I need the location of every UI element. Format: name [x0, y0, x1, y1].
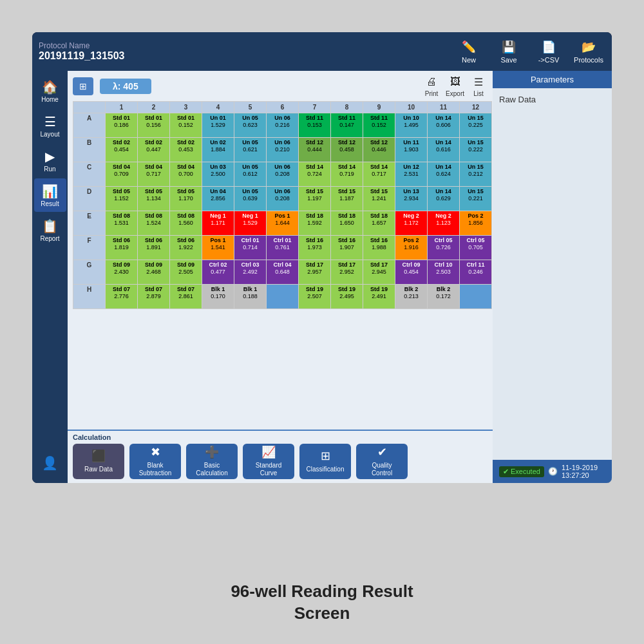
new-button[interactable]: ✏️ New — [452, 39, 486, 64]
raw-data-button[interactable]: ⬛ Raw Data — [73, 444, 124, 479]
list-button[interactable]: ☰ List — [469, 75, 488, 97]
plate-cell-F11[interactable]: Ctrl 050.726 — [428, 236, 460, 260]
plate-cell-A3[interactable]: Std 010.152 — [170, 113, 202, 138]
plate-cell-D6[interactable]: Un 060.208 — [267, 187, 299, 211]
plate-cell-D2[interactable]: Std 051.134 — [138, 187, 170, 211]
sidebar-item-home[interactable]: 🏠 Home — [34, 74, 66, 108]
plate-cell-B2[interactable]: Std 020.447 — [138, 138, 170, 162]
plate-cell-B1[interactable]: Std 020.454 — [106, 138, 138, 162]
plate-cell-D11[interactable]: Un 140.629 — [428, 187, 460, 211]
plate-cell-E6[interactable]: Pos 11.644 — [267, 211, 299, 236]
sidebar-item-user[interactable]: 👤 — [34, 446, 66, 480]
plate-cell-B3[interactable]: Std 020.453 — [170, 138, 202, 162]
plate-cell-F2[interactable]: Std 061.891 — [138, 236, 170, 260]
plate-cell-G6[interactable]: Ctrl 040.648 — [267, 260, 299, 285]
plate-cell-A2[interactable]: Std 010.156 — [138, 113, 170, 138]
plate-cell-A5[interactable]: Un 050.623 — [234, 113, 267, 138]
plate-cell-H5[interactable]: Blk 10.188 — [234, 285, 267, 309]
plate-cell-G10[interactable]: Ctrl 090.454 — [395, 260, 428, 285]
plate-cell-B10[interactable]: Un 111.903 — [395, 138, 428, 162]
plate-cell-F9[interactable]: Std 161.988 — [363, 236, 395, 260]
plate-cell-B5[interactable]: Un 050.621 — [234, 138, 267, 162]
plate-cell-C5[interactable]: Un 050.612 — [234, 162, 267, 187]
plate-cell-E4[interactable]: Neg 11.171 — [202, 211, 234, 236]
plate-cell-A11[interactable]: Un 140.606 — [428, 113, 460, 138]
plate-cell-H9[interactable]: Std 192.491 — [363, 285, 395, 309]
plate-cell-G1[interactable]: Std 092.430 — [106, 260, 138, 285]
plate-cell-C2[interactable]: Std 040.717 — [138, 162, 170, 187]
plate-cell-A12[interactable]: Un 150.225 — [460, 113, 492, 138]
plate-cell-C12[interactable]: Un 150.212 — [460, 162, 492, 187]
plate-cell-D7[interactable]: Std 151.197 — [299, 187, 331, 211]
plate-cell-C11[interactable]: Un 140.624 — [428, 162, 460, 187]
plate-cell-B11[interactable]: Un 140.616 — [428, 138, 460, 162]
blank-subtraction-button[interactable]: ✖ BlankSubtraction — [129, 444, 181, 479]
plate-cell-G9[interactable]: Std 172.945 — [363, 260, 395, 285]
plate-cell-F4[interactable]: Pos 11.541 — [202, 236, 234, 260]
classification-button[interactable]: ⊞ Classification — [299, 444, 351, 479]
plate-cell-E9[interactable]: Std 181.657 — [363, 211, 395, 236]
plate-cell-G8[interactable]: Std 172.952 — [331, 260, 363, 285]
plate-cell-H10[interactable]: Blk 20.213 — [395, 285, 428, 309]
csv-button[interactable]: 📄 ->CSV — [532, 39, 565, 64]
print-button[interactable]: 🖨 Print — [422, 75, 440, 97]
plate-cell-E1[interactable]: Std 081.531 — [106, 211, 138, 236]
plate-cell-A7[interactable]: Std 110.153 — [299, 113, 331, 138]
plate-cell-D4[interactable]: Un 042.856 — [202, 187, 234, 211]
plate-cell-H1[interactable]: Std 072.776 — [106, 285, 138, 309]
plate-cell-E5[interactable]: Neg 11.529 — [234, 211, 267, 236]
plate-cell-E12[interactable]: Pos 21.856 — [460, 211, 492, 236]
plate-cell-B6[interactable]: Un 060.210 — [267, 138, 299, 162]
plate-cell-C6[interactable]: Un 060.208 — [267, 162, 299, 187]
plate-cell-A1[interactable]: Std 010.186 — [106, 113, 138, 138]
save-button[interactable]: 💾 Save — [492, 39, 526, 64]
sidebar-item-layout[interactable]: ☰ Layout — [34, 109, 66, 142]
plate-cell-B7[interactable]: Std 120.444 — [299, 138, 331, 162]
plate-cell-G7[interactable]: Std 172.957 — [299, 260, 331, 285]
plate-cell-E11[interactable]: Neg 21.123 — [428, 211, 460, 236]
plate-wrapper[interactable]: 1 2 3 4 5 6 7 8 9 10 11 12 — [68, 101, 493, 430]
plate-cell-C7[interactable]: Std 140.724 — [299, 162, 331, 187]
plate-cell-H7[interactable]: Std 192.507 — [299, 285, 331, 309]
plate-cell-A6[interactable]: Un 060.216 — [267, 113, 299, 138]
plate-cell-A4[interactable]: Un 011.529 — [202, 113, 234, 138]
plate-cell-G4[interactable]: Ctrl 020.477 — [202, 260, 234, 285]
sidebar-item-report[interactable]: 📋 Report — [34, 213, 66, 247]
plate-cell-H8[interactable]: Std 192.495 — [331, 285, 363, 309]
plate-cell-B9[interactable]: Std 120.446 — [363, 138, 395, 162]
plate-cell-B8[interactable]: Std 120.458 — [331, 138, 363, 162]
plate-cell-A10[interactable]: Un 101.495 — [395, 113, 428, 138]
plate-cell-F8[interactable]: Std 161.907 — [331, 236, 363, 260]
plate-cell-H3[interactable]: Std 072.861 — [170, 285, 202, 309]
plate-cell-E2[interactable]: Std 081.524 — [138, 211, 170, 236]
plate-cell-F5[interactable]: Ctrl 010.714 — [234, 236, 267, 260]
sidebar-item-run[interactable]: ▶ Run — [34, 144, 66, 177]
quality-control-button[interactable]: ✔ QualityControl — [356, 444, 408, 479]
plate-cell-F1[interactable]: Std 061.819 — [106, 236, 138, 260]
plate-cell-C10[interactable]: Un 122.531 — [395, 162, 428, 187]
plate-cell-D9[interactable]: Std 151.241 — [363, 187, 395, 211]
plate-cell-D1[interactable]: Std 051.152 — [106, 187, 138, 211]
plate-cell-B4[interactable]: Un 021.884 — [202, 138, 234, 162]
plate-cell-F3[interactable]: Std 061.922 — [170, 236, 202, 260]
plate-cell-G11[interactable]: Ctrl 102.503 — [428, 260, 460, 285]
plate-cell-G12[interactable]: Ctrl 110.246 — [460, 260, 492, 285]
plate-cell-H2[interactable]: Std 072.879 — [138, 285, 170, 309]
plate-cell-H12[interactable] — [460, 285, 492, 309]
plate-cell-E8[interactable]: Std 181.650 — [331, 211, 363, 236]
plate-cell-D10[interactable]: Un 132.934 — [395, 187, 428, 211]
plate-cell-H11[interactable]: Blk 20.172 — [428, 285, 460, 309]
plate-cell-G5[interactable]: Ctrl 032.492 — [234, 260, 267, 285]
plate-cell-F6[interactable]: Ctrl 010.761 — [267, 236, 299, 260]
grid-view-button[interactable]: ⊞ — [73, 77, 93, 95]
plate-cell-E10[interactable]: Neg 21.172 — [395, 211, 428, 236]
export-button[interactable]: 🖼 Export — [446, 75, 464, 97]
plate-cell-C8[interactable]: Std 140.719 — [331, 162, 363, 187]
plate-cell-D5[interactable]: Un 050.639 — [234, 187, 267, 211]
plate-cell-E3[interactable]: Std 081.560 — [170, 211, 202, 236]
plate-cell-C4[interactable]: Un 032.500 — [202, 162, 234, 187]
basic-calculation-button[interactable]: ➕ BasicCalculation — [186, 444, 238, 479]
plate-cell-H6[interactable] — [267, 285, 299, 309]
plate-cell-D8[interactable]: Std 151.187 — [331, 187, 363, 211]
plate-cell-F7[interactable]: Std 161.973 — [299, 236, 331, 260]
